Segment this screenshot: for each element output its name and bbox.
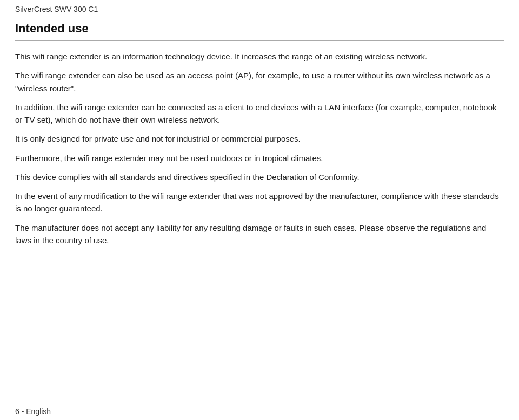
paragraph-7: In the event of any modification to the … (15, 190, 504, 215)
paragraph-1: This wifi range extender is an informati… (15, 50, 504, 63)
model-name: SilverCrest SWV 300 C1 (15, 5, 98, 14)
footer-text: 6 - English (15, 407, 51, 416)
footer-section: 6 - English (15, 403, 504, 420)
header-section: SilverCrest SWV 300 C1 (15, 0, 504, 16)
paragraph-3: In addition, the wifi range extender can… (15, 101, 504, 126)
paragraph-2: The wifi range extender can also be used… (15, 69, 504, 95)
paragraph-5: Furthermore, the wifi range extender may… (15, 152, 504, 164)
paragraph-6: This device complies with all standards … (15, 171, 504, 183)
page-container: SilverCrest SWV 300 C1 Intended use This… (0, 0, 519, 420)
paragraph-4: It is only designed for private use and … (15, 132, 504, 145)
title-section: Intended use (15, 16, 504, 41)
paragraph-8: The manufacturer does not accept any lia… (15, 222, 504, 247)
content-section: This wifi range extender is an informati… (15, 41, 504, 403)
page-title: Intended use (15, 22, 504, 36)
